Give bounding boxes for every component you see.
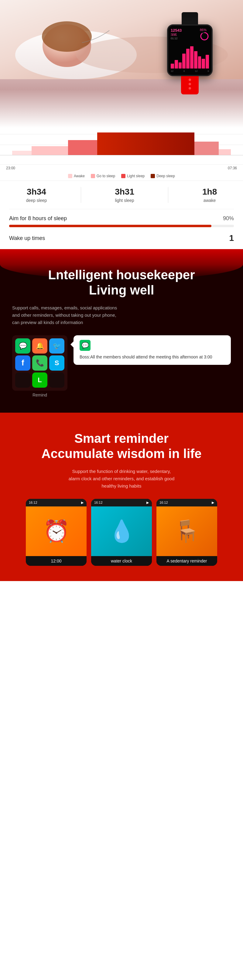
- watch-screen: 12543 深眠 01:12 86%: [168, 25, 211, 75]
- aim-percent: 90%: [223, 215, 234, 222]
- light-sleep-label: light sleep: [115, 198, 134, 203]
- alarm-icon: ⏰: [43, 520, 69, 542]
- watch-chart: [171, 44, 209, 68]
- housekeeper-apps-area: 💬 🔔 🐦 f 📞 S L Remind 💬 Boss:All the memb…: [12, 335, 231, 398]
- app-icon-line: L: [32, 372, 47, 388]
- aim-text: Aim for 8 hours of sleep: [9, 215, 67, 222]
- sedentary-icon-area: 🪑: [156, 506, 217, 556]
- reminder-description: Support the function of drinking water, …: [12, 468, 231, 490]
- sleep-light-bar-1: [68, 140, 97, 155]
- reminder-cards-row: 16:12 ▶ ⏰ 12:00 16:12 ▶ 💧 water clock: [12, 499, 231, 566]
- legend-label-deep: Deep sleep: [156, 174, 175, 178]
- message-bubble: 💬 Boss:All the members should attend the…: [74, 335, 231, 365]
- legend-label-awake: Awake: [74, 174, 85, 178]
- app-icon-empty-1: [15, 372, 30, 388]
- chart-bar-9: [202, 59, 205, 68]
- aim-row: Aim for 8 hours of sleep 90%: [9, 215, 234, 222]
- reminder-title: Smart reminder Accumulate wisdom in life: [12, 431, 231, 462]
- sleep-end-time: 07:36: [228, 166, 237, 170]
- stats-divider-2: [168, 187, 168, 203]
- sleep-legend: Awake Go to sleep Light sleep Deep sleep: [0, 172, 243, 181]
- legend-deep-sleep: Deep sleep: [151, 174, 175, 178]
- water-card-label: water clock: [91, 556, 152, 566]
- stats-divider-1: [81, 187, 81, 203]
- sedentary-card-label: A sedentary reminder: [156, 556, 217, 566]
- sedentary-card-time: 16:12: [159, 501, 168, 504]
- light-sleep-stat: 3h31 light sleep: [115, 187, 134, 203]
- chart-baseline: [0, 155, 243, 155]
- legend-label-light: Light sleep: [127, 174, 145, 178]
- bubble-header: 💬: [80, 340, 225, 351]
- app-label: Remind: [33, 393, 47, 398]
- sleep-light-bar-2: [194, 142, 219, 155]
- water-card-signal: ▶: [147, 501, 149, 504]
- chart-bar-10: [206, 55, 209, 68]
- alarm-card-time: 16:12: [29, 501, 37, 504]
- watch-label-cn: 深眠: [171, 33, 181, 37]
- app-icon-phone: 📞: [32, 355, 47, 371]
- sleep-start-time: 23:00: [6, 166, 15, 170]
- watch-pie-chart: [200, 32, 209, 41]
- sedentary-label-text: A sedentary reminder: [166, 558, 207, 563]
- chart-bar-8: [198, 56, 201, 69]
- chart-bar-6: [190, 46, 194, 68]
- bubble-text: Boss:All the members should attend the m…: [80, 354, 225, 360]
- watch-x-axis: 12 6 12 6: [171, 68, 209, 73]
- sleep-chart-section: 23:00 07:36 Awake Go to sleep Light slee…: [0, 128, 243, 181]
- housekeeper-title-line1: Lntelligent housekeeper: [48, 268, 195, 282]
- housekeeper-title: Lntelligent housekeeper Living well: [12, 267, 231, 298]
- watch-percentage: 86%: [200, 28, 209, 32]
- app-icon-facebook: f: [15, 355, 30, 371]
- housekeeper-description: Support calls, messages, emails, social …: [12, 304, 231, 326]
- reminder-card-alarm: 16:12 ▶ ⏰ 12:00: [26, 499, 87, 566]
- sleep-stats-row: 3h34 deep sleep 3h31 light sleep 1h8 awa…: [9, 187, 234, 209]
- wakeup-value: 1: [229, 233, 234, 243]
- sleep-time-labels: 23:00 07:36: [0, 164, 243, 172]
- strap-hole-1: [189, 79, 191, 81]
- app-icon-empty-2: [49, 372, 65, 388]
- light-sleep-value: 3h31: [115, 187, 134, 197]
- deep-sleep-stat: 3h34 deep sleep: [26, 187, 47, 203]
- legend-dot-awake: [68, 174, 72, 178]
- sleep-awake-bar: [12, 151, 32, 155]
- chart-bar-3: [178, 62, 182, 68]
- legend-dot-light: [121, 174, 125, 178]
- watch-x-label-2: 6: [183, 70, 185, 73]
- apps-grid-container: 💬 🔔 🐦 f 📞 S L Remind: [12, 335, 68, 398]
- watch-x-label-1: 12: [171, 70, 174, 73]
- legend-goto-sleep: Go to sleep: [91, 174, 115, 178]
- awake-value: 1h8: [202, 187, 217, 197]
- alarm-label-text: 12:00: [51, 558, 62, 563]
- housekeeper-section: Lntelligent housekeeper Living well Supp…: [0, 249, 243, 413]
- wakeup-label: Wake up times: [9, 235, 45, 242]
- watch-strap-top: [181, 12, 198, 24]
- svg-point-5: [201, 33, 208, 40]
- sleep-bar-chart: [0, 128, 243, 164]
- reminder-card-sedentary: 16:12 ▶ 🪑 A sedentary reminder: [156, 499, 217, 566]
- sedentary-icon: 🪑: [174, 520, 200, 542]
- sleep-progress-bar-bg: [9, 225, 234, 227]
- reminder-desc-text: Support the function of drinking water, …: [69, 469, 175, 488]
- chart-bar-4: [182, 54, 186, 68]
- sedentary-card-topbar: 16:12 ▶: [156, 499, 217, 506]
- watch-body: 12543 深眠 01:12 86%: [167, 24, 213, 76]
- strap-hole-3: [189, 87, 191, 89]
- reminder-title-line1: Smart reminder: [74, 431, 169, 445]
- sleep-progress-bar-fill: [9, 225, 211, 227]
- deep-sleep-label: deep sleep: [26, 198, 47, 203]
- deep-sleep-value: 3h34: [26, 187, 47, 197]
- strap-holes: [181, 76, 199, 89]
- legend-awake: Awake: [68, 174, 85, 178]
- strap-hole-2: [189, 83, 191, 85]
- legend-dot-deep: [151, 174, 155, 178]
- app-icon-twitter: 🐦: [49, 338, 65, 353]
- watch-percent-display: 86%: [200, 28, 209, 42]
- legend-label-goto: Go to sleep: [96, 174, 115, 178]
- sleeping-person-image: 12543 深眠 01:12 86%: [0, 0, 243, 79]
- sleep-stats-section: 3h34 deep sleep 3h31 light sleep 1h8 awa…: [0, 181, 243, 249]
- alarm-card-topbar: 16:12 ▶: [26, 499, 87, 506]
- housekeeper-title-line2: Living well: [89, 283, 154, 297]
- legend-light-sleep: Light sleep: [121, 174, 145, 178]
- chart-bar-1: [171, 64, 174, 68]
- sleep-goto-bar: [32, 146, 68, 155]
